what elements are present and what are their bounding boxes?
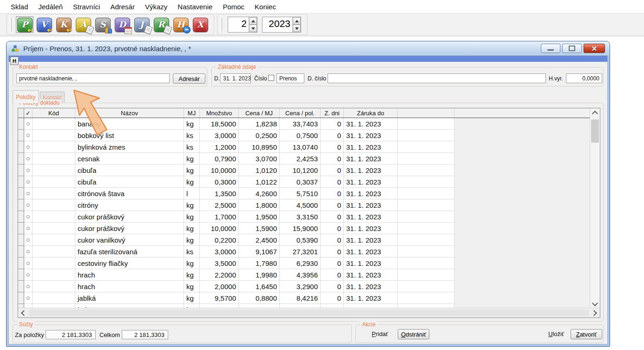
month-spinner[interactable]: 2: [228, 17, 257, 33]
row-check-cell[interactable]: [24, 211, 33, 223]
cell-kod[interactable]: [33, 176, 75, 188]
close-button[interactable]: ✕: [584, 44, 605, 53]
cell-cena_pol[interactable]: 6,2930: [280, 258, 321, 269]
cell-mj[interactable]: kg: [184, 281, 200, 292]
cell-kod[interactable]: [33, 153, 75, 165]
cell-cena_pol[interactable]: 4,3956: [280, 269, 321, 281]
cell-nazov[interactable]: cukor práškový: [75, 223, 184, 234]
menu-item-jedalen[interactable]: Jedáleň: [33, 1, 68, 13]
column-header-cena_pol[interactable]: Cena / pol.: [280, 108, 321, 118]
cell-z_dni[interactable]: 0: [321, 211, 344, 223]
toolbar-gripper[interactable]: [220, 18, 222, 32]
column-header-zaruka[interactable]: Záruka do: [344, 108, 398, 118]
toolbar-button-v[interactable]: V↩: [35, 16, 53, 33]
cell-kod[interactable]: [33, 165, 75, 176]
scroll-down-button[interactable]: [590, 299, 600, 309]
cell-cena_mj[interactable]: 0,2500: [239, 130, 280, 141]
cell-cena_pol[interactable]: 4,5000: [280, 199, 321, 211]
cell-z_dni[interactable]: 0: [321, 130, 344, 141]
cell-z_dni[interactable]: 0: [321, 153, 344, 165]
cell-nazov[interactable]: citrónová štava: [75, 188, 184, 199]
cell-mj[interactable]: l: [184, 188, 200, 199]
row-check-cell[interactable]: [24, 141, 33, 153]
cell-cena_mj[interactable]: 1,8000: [239, 199, 280, 211]
cell-z_dni[interactable]: 0: [321, 258, 344, 269]
table-row[interactable]: cestoviny fliačkykg3,50001,79806,2930031…: [18, 258, 600, 269]
cell-nazov[interactable]: bobkový list: [75, 130, 184, 141]
zatvorit-button[interactable]: Zatvoriť: [571, 329, 602, 339]
row-check-cell[interactable]: [24, 199, 33, 211]
column-header-mj[interactable]: MJ: [184, 108, 200, 118]
cell-nazov[interactable]: cesnak: [75, 153, 184, 165]
menu-item-sklad[interactable]: Sklad: [6, 1, 33, 13]
cell-cena_mj[interactable]: 3,0700: [239, 153, 280, 165]
row-selector[interactable]: [18, 223, 24, 234]
toolbar-button-a[interactable]: A: [74, 16, 92, 33]
cell-mj[interactable]: kg: [184, 211, 200, 223]
toolbar-button-k[interactable]: K↩: [55, 16, 72, 33]
table-row[interactable]: bobkový listks3,00000,25000,7500031. 1. …: [18, 130, 600, 141]
toolbar-button-d[interactable]: D: [113, 16, 131, 33]
maximize-button[interactable]: [562, 44, 582, 53]
cell-zaruka[interactable]: 31. 1. 2023: [344, 199, 398, 211]
cell-z_dni[interactable]: 0: [321, 118, 344, 130]
pridat-button[interactable]: Pridať: [369, 330, 391, 338]
year-down-button[interactable]: [293, 25, 301, 32]
row-check-cell[interactable]: [24, 130, 33, 141]
cell-mnozstvo[interactable]: 3,0000: [200, 130, 239, 141]
toolbar-button-r[interactable]: R: [152, 16, 170, 33]
cell-zaruka[interactable]: 31. 1. 2023: [344, 165, 398, 176]
cell-kod[interactable]: [33, 199, 75, 211]
cell-mnozstvo[interactable]: 18,5000: [200, 118, 239, 130]
cell-nazov[interactable]: cukor vanilkový: [75, 234, 184, 246]
row-check-cell[interactable]: [24, 281, 33, 292]
cell-mnozstvo[interactable]: 0,7900: [200, 153, 239, 165]
table-row[interactable]: cibuľakg10,00001,012010,1200031. 1. 2023: [18, 165, 600, 176]
cell-cena_mj[interactable]: 10,8950: [239, 141, 280, 153]
row-selector[interactable]: [18, 234, 24, 246]
menu-item-nastavenie[interactable]: Nastavenie: [172, 1, 217, 13]
cell-cena_pol[interactable]: 0,3037: [280, 176, 321, 188]
cell-zaruka[interactable]: 31. 1. 2023: [344, 118, 398, 130]
cell-z_dni[interactable]: 0: [321, 165, 344, 176]
cell-mj[interactable]: kg: [184, 118, 200, 130]
table-row[interactable]: fazuľa sterilizovanáks3,00009,106727,320…: [18, 246, 600, 258]
cell-mnozstvo[interactable]: 0,2200: [200, 234, 239, 246]
cell-zaruka[interactable]: 31. 1. 2023: [344, 223, 398, 234]
tab-polozky[interactable]: Položky: [13, 90, 39, 103]
cell-mj[interactable]: kg: [184, 234, 200, 246]
table-row[interactable]: jablkákg9,57000,88008,4216031. 1. 2023: [18, 292, 600, 304]
cell-z_dni[interactable]: 0: [321, 223, 344, 234]
row-selector[interactable]: [18, 141, 24, 153]
cell-mj[interactable]: ks: [184, 141, 200, 153]
row-check-cell[interactable]: [24, 258, 33, 269]
cell-zaruka[interactable]: 31. 1. 2023: [344, 246, 398, 258]
d-cislo-input[interactable]: [328, 73, 546, 83]
cell-mnozstvo[interactable]: 3,0000: [200, 246, 239, 258]
ulozit-button[interactable]: Uložiť: [545, 330, 567, 338]
cell-mnozstvo[interactable]: 10,0000: [200, 223, 239, 234]
vertical-scrollbar[interactable]: [590, 108, 600, 309]
cell-z_dni[interactable]: 0: [321, 234, 344, 246]
cell-mnozstvo[interactable]: 1,7000: [200, 211, 239, 223]
h-button[interactable]: H: [10, 57, 19, 65]
cell-mj[interactable]: kg: [184, 292, 200, 304]
cell-nazov[interactable]: hrach: [75, 269, 184, 281]
table-row[interactable]: hrachkg2,20001,99804,3956031. 1. 2023: [18, 269, 600, 281]
toolbar-button-x[interactable]: X: [191, 16, 209, 33]
cislo-checkbox[interactable]: [268, 75, 274, 81]
cell-cena_mj[interactable]: 1,0120: [239, 165, 280, 176]
cell-kod[interactable]: [33, 269, 75, 281]
cell-zaruka[interactable]: 31. 1. 2023: [344, 211, 398, 223]
cell-nazov[interactable]: cukor práškový: [75, 211, 184, 223]
row-check-cell[interactable]: [24, 269, 33, 281]
cell-nazov[interactable]: jablká: [75, 292, 184, 304]
odstranit-button[interactable]: Odstrániť: [398, 329, 429, 339]
cell-kod[interactable]: [33, 234, 75, 246]
cell-mj[interactable]: kg: [184, 176, 200, 188]
cell-mj[interactable]: kg: [184, 199, 200, 211]
cell-mj[interactable]: kg: [184, 165, 200, 176]
cell-mnozstvo[interactable]: 10,0000: [200, 165, 239, 176]
cell-z_dni[interactable]: 0: [321, 246, 344, 258]
menu-item-stravnici[interactable]: Stravníci: [68, 1, 105, 13]
